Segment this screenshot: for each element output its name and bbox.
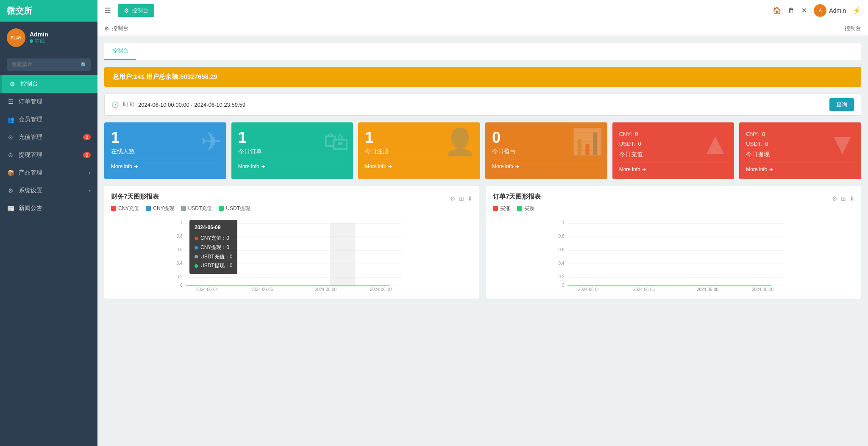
query-button[interactable]: 查询 — [829, 98, 854, 111]
arrow-right-icon: ➜ — [515, 163, 519, 169]
sidebar-item-settings[interactable]: ⚙ 系统设置 ‹ — [0, 182, 97, 199]
card-bg-icon-up: ▲ — [701, 127, 730, 161]
charts-row: 财务7天图形报表 ⚙ ⊞ ⬇ CNY充值 — [104, 186, 861, 299]
legend-usdt-recharge: USDT充值 — [181, 205, 212, 212]
withdraw-badge: 0 — [83, 152, 91, 158]
topbar-right: 🏠 🗑 ✕ A Admin ⚡ — [773, 4, 861, 17]
order-chart-legend: 买涨 买跌 — [493, 205, 854, 212]
card-today-register: 👤 1 今日注册 More info ➜ — [358, 122, 480, 179]
tab-dashboard[interactable]: 控制台 — [104, 43, 136, 60]
username-label: Admin — [30, 31, 48, 38]
topbar-avatar: A — [814, 4, 826, 17]
order-chart-icons: ⚙ ⊞ ⬇ — [832, 195, 854, 202]
sidebar-item-withdraw[interactable]: ⊙ 提现管理 0 — [0, 146, 97, 164]
legend-dot — [517, 206, 522, 211]
svg-text:2024-06-04: 2024-06-04 — [196, 287, 218, 292]
legend-buy-up: 买涨 — [493, 205, 510, 212]
svg-text:2024-06-06: 2024-06-06 — [251, 287, 273, 292]
trash-icon[interactable]: 🗑 — [788, 7, 795, 14]
sidebar-search-container: 🔍 — [0, 54, 97, 75]
svg-rect-16 — [330, 223, 356, 286]
sidebar-item-dashboard[interactable]: ⚙ 控制台 — [0, 75, 97, 93]
home-icon[interactable]: 🏠 — [773, 6, 781, 14]
today-profit-more[interactable]: More info ➜ — [492, 160, 601, 169]
settings-icon: ⚙ — [7, 187, 14, 194]
today-withdraw-more[interactable]: More info ➜ — [746, 163, 854, 172]
sidebar-user: PLAY Admin 在线 — [0, 22, 97, 54]
finance-chart-legend: CNY充值 CNY提现 USDT充值 USDT提现 — [111, 205, 473, 212]
search-icon: 🔍 — [81, 61, 87, 68]
connections-icon[interactable]: ⚡ — [853, 6, 861, 14]
orders-icon: ☰ — [7, 98, 14, 105]
breadcrumb: 控制台 — [112, 25, 128, 32]
chart-filter-icon[interactable]: ⚙ — [832, 195, 837, 202]
sidebar-item-recharge[interactable]: ⊙ 充值管理 0 — [0, 128, 97, 146]
avatar: PLAY — [7, 28, 25, 47]
sidebar-item-label: 充值管理 — [19, 133, 42, 141]
finance-chart-svg: 1 0.8 0.6 0.4 0.2 0 — [111, 216, 473, 292]
sidebar-item-label: 控制台 — [20, 80, 38, 88]
card-today-orders: 🛍 1 今日订单 More info ➜ — [231, 122, 353, 179]
content-header: ⚙ 控制台 控制台 — [97, 21, 868, 36]
card-today-recharge: ▲ CNY: 0 USDT: 0 今日充值 More info ➜ — [612, 122, 734, 179]
sidebar-item-label: 系统设置 — [19, 187, 42, 194]
svg-text:1: 1 — [562, 220, 565, 225]
card-today-profit: 📊 0 今日盈亏 More info ➜ — [485, 122, 607, 179]
sidebar-item-news[interactable]: 📰 新闻公告 — [0, 199, 97, 217]
legend-dot — [181, 206, 186, 211]
legend-usdt-withdraw: USDT提现 — [219, 205, 250, 212]
topbar-user[interactable]: A Admin — [814, 4, 846, 17]
svg-text:2024-06-08: 2024-06-08 — [315, 287, 337, 292]
sidebar: 微交所 PLAY Admin 在线 🔍 ⚙ 控制台 ☰ 订单管理 👥 — [0, 0, 97, 446]
sidebar-item-orders[interactable]: ☰ 订单管理 — [0, 93, 97, 111]
svg-text:1: 1 — [180, 220, 183, 225]
today-register-more[interactable]: More info ➜ — [365, 160, 473, 169]
fullscreen-icon[interactable]: ✕ — [801, 6, 807, 14]
breadcrumb-right: 控制台 — [845, 25, 861, 32]
sidebar-item-label: 新闻公告 — [19, 205, 42, 212]
svg-text:0.6: 0.6 — [559, 247, 565, 252]
order-chart-card: 订单7天图形报表 ⚙ ⊞ ⬇ 买涨 — [486, 186, 861, 299]
chart-download-icon[interactable]: ⬇ — [849, 195, 854, 202]
sidebar-item-members[interactable]: 👥 会员管理 — [0, 111, 97, 128]
chart-grid-icon[interactable]: ⊞ — [459, 195, 464, 202]
svg-text:2024-06-04: 2024-06-04 — [578, 287, 600, 292]
clock-icon: 🕐 — [111, 101, 119, 108]
today-recharge-more[interactable]: More info ➜ — [619, 163, 728, 172]
topbar-tab-dashboard[interactable]: ⚙ 控制台 — [118, 4, 154, 17]
dashboard-icon: ⚙ — [8, 80, 16, 87]
breadcrumb-icon: ⚙ — [104, 25, 109, 32]
svg-text:2024-06-10: 2024-06-10 — [752, 287, 774, 292]
svg-text:2024-06-06: 2024-06-06 — [633, 287, 655, 292]
chart-download-icon[interactable]: ⬇ — [467, 195, 473, 202]
finance-chart-icons: ⚙ ⊞ ⬇ — [450, 195, 473, 202]
finance-chart-title: 财务7天图形报表 — [111, 193, 159, 201]
arrow-icon: ‹ — [89, 188, 91, 194]
tab-dashboard-label: 控制台 — [132, 7, 148, 14]
sidebar-item-products[interactable]: 📦 产品管理 ‹ — [0, 164, 97, 182]
card-today-withdraw: ▼ CNY: 0 USDT: 0 今日提现 More info ➜ — [739, 122, 861, 179]
svg-text:0.8: 0.8 — [559, 234, 565, 238]
svg-text:0: 0 — [562, 283, 565, 288]
svg-text:0.8: 0.8 — [177, 234, 183, 238]
legend-cny-withdraw: CNY提现 — [146, 205, 174, 212]
hamburger-icon[interactable]: ☰ — [104, 6, 111, 15]
search-input[interactable] — [7, 58, 91, 71]
chart-filter-icon[interactable]: ⚙ — [450, 195, 456, 202]
chart-grid-icon[interactable]: ⊞ — [841, 195, 846, 202]
legend-dot — [219, 206, 224, 211]
news-icon: 📰 — [7, 205, 14, 212]
legend-buy-down: 买跌 — [517, 205, 534, 212]
withdraw-icon: ⊙ — [7, 152, 14, 158]
today-orders-more[interactable]: More info ➜ — [238, 160, 347, 169]
products-icon: 📦 — [7, 169, 14, 176]
sidebar-item-label: 提现管理 — [19, 151, 42, 159]
members-icon: 👥 — [7, 116, 14, 123]
stats-banner: 总用户:141 用户总余额:50327658.29 — [104, 67, 861, 87]
sidebar-item-label: 产品管理 — [19, 169, 42, 177]
topbar-username: Admin — [829, 7, 846, 14]
online-users-more[interactable]: More info ➜ — [111, 160, 220, 169]
arrow-right-icon: ➜ — [261, 163, 265, 169]
arrow-right-icon: ➜ — [642, 166, 646, 172]
date-filter-value: 2024-06-10 00:00:00 - 2024-06-10 23:59:5… — [138, 102, 245, 108]
